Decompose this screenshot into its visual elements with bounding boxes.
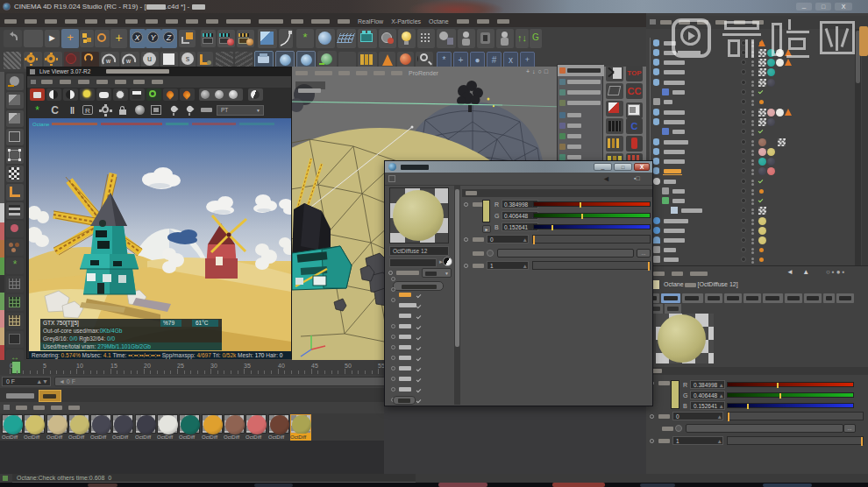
svg-text:Octane: Octane xyxy=(32,122,50,127)
svg-text:Rendering: 0.574% Ms/sec: 4.1: Rendering: 0.574% Ms/sec: 4.1 Time: ▪▪:▪… xyxy=(32,352,283,359)
svg-text:w: w xyxy=(125,58,132,64)
svg-text:61°C: 61°C xyxy=(196,320,209,326)
svg-text:w: w xyxy=(105,58,111,64)
svg-text:Grey8/16: 0/0 Rgb32/64:: Grey8/16: 0/0 Rgb32/64: 0/0 xyxy=(43,335,115,342)
svg-text:%79: %79 xyxy=(163,320,174,326)
svg-text:GTX 750[T][5]: GTX 750[T][5] xyxy=(43,320,79,327)
svg-text:Out-of-core used/max:0Kb/4Gb: Out-of-core used/max:0Kb/4Gb xyxy=(43,328,123,334)
svg-text:Used/free/total vram: 279Mb/1.: Used/free/total vram: 279Mb/1.101Gb/2Gb xyxy=(43,343,151,349)
